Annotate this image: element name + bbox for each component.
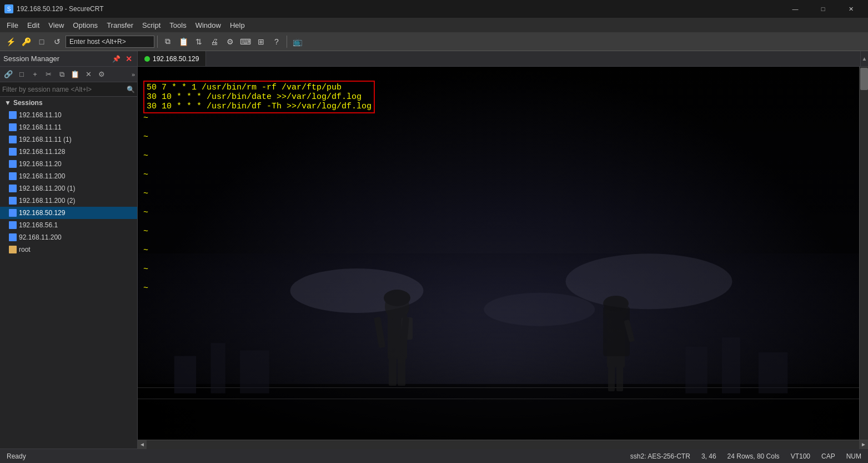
session-icon [9,221,17,229]
menu-script[interactable]: Script [138,20,165,31]
toolbar-new-icon[interactable]: □ [34,34,49,49]
session-label: 192.168.11.200 (2) [19,197,75,205]
session-tree: ▼ Sessions 192.168.11.10 192.168.11.11 1… [0,97,137,449]
session-item-192-168-11-10[interactable]: 192.168.11.10 [0,109,137,121]
session-label: 192.168.56.1 [19,221,58,229]
session-item-192-168-11-20[interactable]: 192.168.11.20 [0,158,137,170]
toolbar: ⚡ 🔑 □ ↺ ⧉ 📋 ⇅ 🖨 ⚙ ⌨ ⊞ ? 📺 [0,32,868,51]
menu-options[interactable]: Options [68,20,102,31]
status-caps: CAP [821,452,835,460]
selected-text-block: 50 7 * * 1 /usr/bin/rm -rf /var/ftp/pub … [143,81,375,113]
maximize-button[interactable]: □ [810,0,836,18]
connected-indicator [144,56,150,62]
hscroll-right-button[interactable]: ► [859,440,868,449]
toolbar-sftp-icon[interactable]: ⇅ [192,34,206,49]
session-label: root [19,246,31,253]
window-title: 192.168.50.129 - SecureCRT [17,5,104,13]
terminal-area: 192.168.50.129 ▲ [138,51,868,449]
tilde-7: ~ [143,227,148,236]
close-button[interactable]: ✕ [838,0,864,18]
hscroll-track[interactable] [147,440,859,449]
status-terminal-type: VT100 [791,452,810,460]
toolbar-refresh-icon[interactable]: ↺ [50,34,64,49]
session-item-192-168-11-200[interactable]: 192.168.11.200 [0,170,137,182]
session-label: 192.168.11.200 (1) [19,185,75,192]
session-icon [9,160,17,168]
session-panel-header: Session Manager 📌 ✕ [0,51,137,67]
pin-button[interactable]: 📌 [111,54,122,63]
scroll-thumb [860,68,868,90]
main-content: Session Manager 📌 ✕ 🔗 □ + ✂ ⧉ 📋 ✕ ⚙ » 🔍 … [0,51,868,449]
menu-tools[interactable]: Tools [165,20,190,31]
app-icon: S [4,4,13,13]
sessions-group[interactable]: ▼ Sessions [0,97,137,109]
expand-icon[interactable]: » [132,71,135,78]
menu-view[interactable]: View [44,20,68,31]
session-icon [9,209,17,217]
session-connect-icon[interactable]: 🔗 [2,69,14,80]
session-filter: 🔍 [0,82,137,97]
session-settings-icon[interactable]: ⚙ [96,69,108,80]
status-num: NUM [846,452,861,460]
status-encryption: ssh2: AES-256-CTR [630,452,690,460]
tab-label: 192.168.50.129 [153,55,199,63]
tilde-8: ~ [143,246,148,255]
session-new-window-icon[interactable]: □ [16,69,28,80]
session-add-icon[interactable]: + [29,69,41,80]
toolbar-paste-icon[interactable]: 📋 [176,34,190,49]
session-item-192-168-11-200-2[interactable]: 192.168.11.200 (2) [0,195,137,207]
tilde-4: ~ [143,170,148,180]
session-cut-icon[interactable]: ✂ [42,69,54,80]
session-item-192-168-50-129[interactable]: 192.168.50.129 [0,207,137,219]
session-paste-icon[interactable]: 📋 [69,69,81,80]
session-label: 192.168.11.11 [19,123,62,131]
toolbar-key-icon[interactable]: 🔑 [19,34,33,49]
menu-edit[interactable]: Edit [23,20,44,31]
terminal-text[interactable]: 50 7 * * 1 /usr/bin/rm -rf /var/ftp/pub … [138,67,859,440]
session-delete-icon[interactable]: ✕ [82,69,94,80]
session-label: 192.168.11.10 [19,111,62,119]
tab-scrollbar[interactable]: ▲ [860,51,868,66]
session-item-92-168-11-200[interactable]: 92.168.11.200 [0,231,137,243]
session-filter-input[interactable] [2,86,127,93]
toolbar-help-icon[interactable]: ? [269,34,284,49]
toolbar-copy-icon[interactable]: ⧉ [160,34,175,49]
menu-window[interactable]: Window [191,20,225,31]
session-copy-icon[interactable]: ⧉ [56,69,68,80]
session-item-192-168-11-128[interactable]: 192.168.11.128 [0,146,137,158]
panel-close-button[interactable]: ✕ [124,54,134,64]
toolbar-filter-icon[interactable]: ⊞ [254,34,268,49]
toolbar-screen-icon[interactable]: 📺 [290,34,304,49]
session-label: 192.168.11.200 [19,172,65,180]
sessions-group-arrow: ▼ [4,99,11,107]
tilde-2: ~ [143,132,148,142]
tilde-5: ~ [143,189,148,198]
terminal-content[interactable]: 50 7 * * 1 /usr/bin/rm -rf /var/ftp/pub … [138,67,868,440]
toolbar-map-icon[interactable]: ⌨ [238,34,253,49]
menu-transfer[interactable]: Transfer [102,20,138,31]
minimize-button[interactable]: — [782,0,808,18]
tilde-3: ~ [143,151,148,161]
session-item-192-168-56-1[interactable]: 192.168.56.1 [0,219,137,231]
terminal-line-1: 50 7 * * 1 /usr/bin/rm -rf /var/ftp/pub [147,83,342,92]
terminal-scrollbar[interactable] [859,67,868,440]
session-item-192-168-11-11[interactable]: 192.168.11.11 [0,121,137,133]
session-icon [9,172,17,180]
hscroll-left-button[interactable]: ◄ [138,440,147,449]
menu-file[interactable]: File [2,20,23,31]
toolbar-print-icon[interactable]: 🖨 [207,34,222,49]
status-ready: Ready [7,452,26,460]
menu-help[interactable]: Help [225,20,249,31]
session-manager-title: Session Manager [3,54,59,63]
toolbar-lightning-icon[interactable]: ⚡ [3,34,18,49]
session-item-192-168-11-200-1[interactable]: 192.168.11.200 (1) [0,182,137,195]
terminal-line-3: 30 10 * * * /usr/bin/df -Th >>/var/log/d… [147,102,372,111]
session-item-root[interactable]: root [0,243,137,256]
toolbar-settings-icon[interactable]: ⚙ [223,34,237,49]
terminal-tab-192-168-50-129[interactable]: 192.168.50.129 [138,51,206,66]
session-icon [9,111,17,119]
session-item-192-168-11-11-1[interactable]: 192.168.11.11 (1) [0,133,137,146]
host-input[interactable] [66,36,154,48]
folder-icon [9,246,17,253]
session-icon [9,185,17,192]
